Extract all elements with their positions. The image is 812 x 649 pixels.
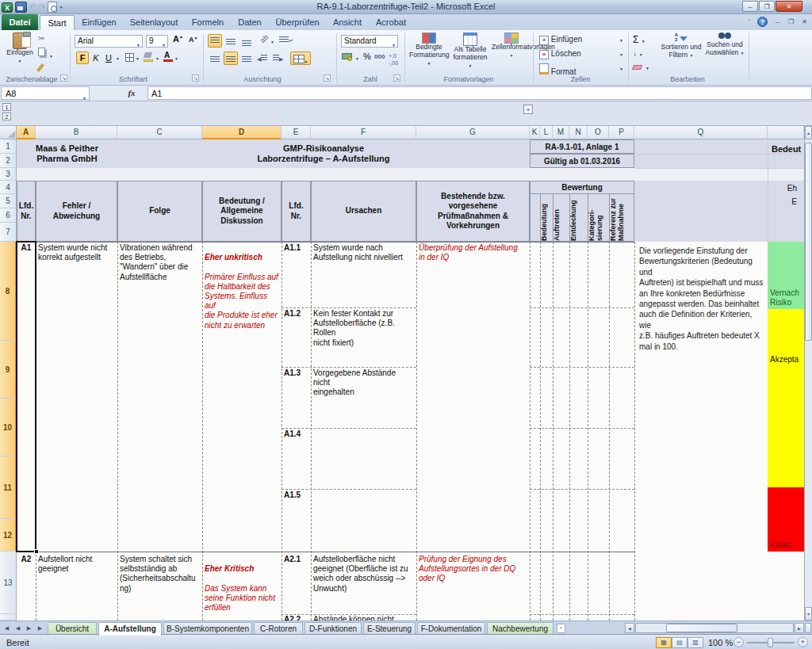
tab-nav-first-icon[interactable]: ◀ xyxy=(2,623,12,633)
percent-style-button[interactable]: % xyxy=(363,52,371,61)
col-header-K[interactable]: K xyxy=(530,126,540,139)
tab-daten[interactable]: Daten xyxy=(232,15,268,30)
borders-icon[interactable] xyxy=(125,53,134,62)
fill-dropdown-icon[interactable]: ▼ xyxy=(155,56,159,61)
copy-dropdown-icon[interactable]: ▼ xyxy=(49,51,53,59)
col-header-R-partial[interactable] xyxy=(768,126,804,139)
delete-cells-button[interactable]: × Löschen ▼ xyxy=(539,49,623,62)
header-v-kategorisierung[interactable]: Kategori- sierung xyxy=(588,195,609,241)
comma-style-button[interactable]: 000 xyxy=(374,53,385,60)
cell-A1-massnahme[interactable]: Überprüfung der Aufstellung in der IQ xyxy=(416,242,530,264)
cell-A1-3-text[interactable]: Vorgegebene Abstände nicht eingehalten xyxy=(311,367,416,399)
col-header-N[interactable]: N xyxy=(569,126,588,139)
zoom-slider-thumb[interactable] xyxy=(768,638,773,647)
italic-button[interactable]: K xyxy=(90,52,102,64)
hscroll-left-icon[interactable]: ◀ xyxy=(625,623,634,633)
cell-A1-folge[interactable]: Vibrationen während des Betriebs, "Wande… xyxy=(117,242,202,284)
formula-input[interactable]: A1 xyxy=(147,86,812,100)
tab-formeln[interactable]: Formeln xyxy=(186,15,230,30)
cell-A1-3-nr[interactable]: A1.3 xyxy=(282,367,311,380)
increase-indent-icon[interactable]: ▶ xyxy=(273,55,283,63)
format-as-table-button[interactable]: Als Tabelle formatieren ▼ xyxy=(450,32,490,69)
tab-ansicht[interactable]: Ansicht xyxy=(327,15,368,30)
selection-fill-handle[interactable] xyxy=(34,549,39,554)
tab-datei[interactable]: Datei xyxy=(2,14,38,30)
ribbon-collapse-icon[interactable]: ˆ xyxy=(744,17,755,27)
header-bedeutung[interactable]: Bedeutung / Allgemeine Diskussion xyxy=(202,181,282,242)
cell-A1-fehler[interactable]: System wurde nicht korrekt aufgestellt xyxy=(36,242,117,264)
view-page-break-button[interactable]: ▥ xyxy=(688,637,703,648)
row-header-6[interactable]: 6 xyxy=(0,208,17,223)
hscroll-right-icon[interactable]: ▶ xyxy=(795,623,804,633)
legend-yellow-cell[interactable]: Akzepta xyxy=(768,309,804,487)
select-all-corner[interactable] xyxy=(0,126,17,139)
align-center-button[interactable] xyxy=(224,52,238,65)
cell-A2-1-text[interactable]: Aufstelloberfläche nicht geeignet (Oberf… xyxy=(311,553,416,595)
col-header-G[interactable]: G xyxy=(416,126,530,139)
orientation-dropdown-icon[interactable]: ▼ xyxy=(270,40,274,44)
zoom-in-button[interactable]: + xyxy=(798,637,808,647)
wrap-text-button[interactable]: ↵ xyxy=(279,36,294,44)
cell-note[interactable]: Die vorliegende Einstufung der Bewertung… xyxy=(637,244,768,353)
cell-A2-massnahme[interactable]: Prüfung der Eignung des Aufstellungsorte… xyxy=(416,553,530,586)
cell-A1-2-nr[interactable]: A1.2 xyxy=(282,307,311,320)
cell-A2-nr[interactable]: A2 xyxy=(17,553,36,566)
tab-start[interactable]: Start xyxy=(40,15,75,30)
cell-A2-1-nr[interactable]: A2.1 xyxy=(282,553,311,566)
align-bottom-button[interactable] xyxy=(239,34,254,48)
number-format-select[interactable]: Standard ▼ xyxy=(341,35,398,48)
cell-ref[interactable]: RA-9.1-01, Anlage 1 xyxy=(530,139,634,154)
underline-button[interactable]: U xyxy=(103,52,114,64)
scroll-up-icon[interactable]: ▲ xyxy=(805,126,812,139)
row-header-9[interactable]: 9 xyxy=(0,341,17,399)
tab-ueberpruefen[interactable]: Überprüfen xyxy=(270,15,325,30)
name-box[interactable]: A8 ▼ xyxy=(1,86,90,100)
cell-clipped-eh[interactable]: Eh xyxy=(745,182,799,195)
header-v-entdeckung[interactable]: Entdeckung xyxy=(570,195,588,241)
horizontal-scroll-thumb[interactable] xyxy=(666,624,737,632)
header-lfd-nr-2[interactable]: Lfd. Nr. xyxy=(282,181,311,242)
fill-color-icon[interactable] xyxy=(144,52,152,58)
minimize-button[interactable]: – xyxy=(742,1,758,12)
col-header-L[interactable]: L xyxy=(540,126,553,139)
col-header-B[interactable]: B xyxy=(36,126,117,139)
align-top-button[interactable] xyxy=(208,34,222,48)
cell-A2-bedeutung[interactable]: Eher Kritisch Das System kann seine Funk… xyxy=(202,553,282,614)
row-header-11[interactable]: 11 xyxy=(0,456,17,519)
row-header-3[interactable]: 3 xyxy=(0,168,17,181)
cell-clipped-e[interactable]: E xyxy=(745,196,799,208)
sort-filter-button[interactable]: AZ Sortieren und Filtern ▼ xyxy=(660,32,703,59)
sheet-tab-d-funktionen[interactable]: D-Funktionen xyxy=(304,622,362,635)
clear-dropdown-icon[interactable]: ▼ xyxy=(645,66,649,71)
grow-font-button[interactable]: A▲ xyxy=(173,34,183,44)
legend-green-cell[interactable]: Vernach Risiko xyxy=(768,242,804,309)
font-name-select[interactable]: Arial ▼ xyxy=(75,35,143,48)
align-left-button[interactable] xyxy=(208,52,222,65)
zoom-out-button[interactable]: − xyxy=(733,637,744,647)
col-header-P[interactable]: P xyxy=(609,126,634,139)
insert-cells-button[interactable]: + Einfügen ▼ xyxy=(539,35,623,48)
insert-sheet-icon[interactable]: * xyxy=(557,624,565,633)
col-header-C[interactable]: C xyxy=(117,126,202,139)
header-ursachen[interactable]: Ursachen xyxy=(311,181,416,242)
bold-button[interactable]: F xyxy=(76,52,89,64)
col-header-O[interactable]: O xyxy=(588,126,609,139)
font-color-dropdown-icon[interactable]: ▼ xyxy=(174,56,178,61)
row-header-13[interactable]: 13 xyxy=(0,552,17,614)
underline-dropdown-icon[interactable]: ▼ xyxy=(116,56,120,61)
col-header-D[interactable]: D xyxy=(202,126,282,139)
row-header-2[interactable]: 2 xyxy=(0,154,17,168)
tab-split-handle[interactable] xyxy=(805,623,811,633)
header-v-referenz[interactable]: Referenz zur Maßnahme xyxy=(610,195,634,241)
align-right-button[interactable] xyxy=(239,52,254,65)
find-select-button[interactable]: Suchen und Auswählen ▼ xyxy=(704,32,745,56)
copy-icon[interactable] xyxy=(38,48,45,56)
cell-A1-1-nr[interactable]: A1.1 xyxy=(282,242,311,254)
vertical-scroll-thumb[interactable] xyxy=(805,143,812,341)
sheet-tab-c-rotoren[interactable]: C-Rotoren xyxy=(254,622,303,635)
align-middle-button[interactable] xyxy=(224,34,238,48)
decrease-indent-icon[interactable]: ◀ xyxy=(257,55,267,63)
accounting-dropdown-icon[interactable]: ▼ xyxy=(355,56,359,61)
fx-button[interactable]: fx xyxy=(117,86,146,100)
cell-A1-2-text[interactable]: Kein fester Kontakt zur Aufstelloberfläc… xyxy=(311,307,416,349)
